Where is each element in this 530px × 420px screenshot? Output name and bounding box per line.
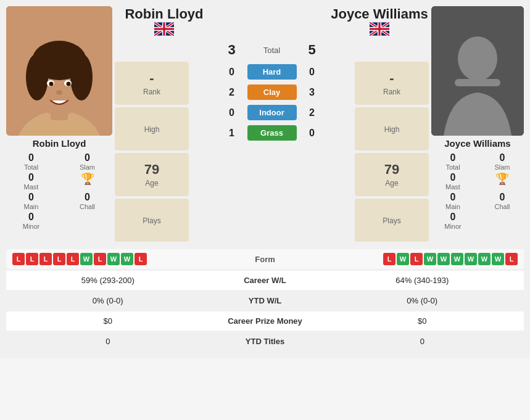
right-name-header: Joyce Williams xyxy=(331,6,428,22)
right-rank-box: - Rank xyxy=(355,62,429,105)
left-form-badges: LLLLLWLWWL xyxy=(12,253,204,265)
left-stat-boxes: - Rank High 79 Age Plays xyxy=(115,62,189,244)
left-mast-value: 0 xyxy=(28,172,34,183)
left-total-label: Total xyxy=(24,163,38,171)
right-mast-label: Mast xyxy=(445,183,460,191)
right-plays-box: Plays xyxy=(355,199,429,242)
left-trophy-icon: 🏆 xyxy=(81,172,94,186)
form-badge-l: L xyxy=(94,253,106,265)
names-row: Robin Lloyd Joyce Will xyxy=(115,6,429,36)
right-chall-item: 0 Chall xyxy=(481,192,524,210)
right-player-stats: 0 Total 0 Slam 0 Mast 🏆 0 Main xyxy=(431,152,524,230)
right-main-item: 0 Main xyxy=(431,192,474,210)
right-total-num: 5 xyxy=(303,42,321,58)
right-chall-value: 0 xyxy=(500,192,505,203)
indoor-right-num: 2 xyxy=(303,107,321,118)
right-age-box: 79 Age xyxy=(355,153,429,196)
left-plays-label: Plays xyxy=(120,216,184,225)
indoor-row: 0 Indoor 2 xyxy=(223,105,321,120)
right-form-results: LWLWWWWWWL xyxy=(327,253,518,265)
left-ytd-titles: 0 xyxy=(12,337,204,346)
right-form-badges: LWLWWWWWWL xyxy=(327,253,518,265)
right-age-label: Age xyxy=(360,179,424,187)
left-mast-item: 0 Mast xyxy=(6,172,56,191)
clay-button[interactable]: Clay xyxy=(247,84,297,100)
top-section: Robin Lloyd 0 Total 0 Slam 0 Mast 🏆 xyxy=(6,6,524,244)
left-chall-value: 0 xyxy=(85,192,90,203)
left-age-box: 79 Age xyxy=(115,153,189,196)
right-high-label: High xyxy=(360,125,424,134)
form-row: LLLLLWLWWL Form LWLWWWWWWL xyxy=(6,249,524,269)
form-badge-l: L xyxy=(26,253,38,265)
form-badge-w: W xyxy=(107,253,120,265)
ytd-titles-label: YTD Titles xyxy=(204,337,327,346)
right-ytd-titles: 0 xyxy=(327,337,518,346)
left-slam-value: 0 xyxy=(85,152,90,163)
prize-label: Career Prize Money xyxy=(204,316,327,326)
svg-point-10 xyxy=(67,82,71,86)
hard-left-num: 0 xyxy=(223,67,241,78)
left-minor-value: 0 xyxy=(28,212,34,223)
left-chall-label: Chall xyxy=(80,203,95,210)
left-total-num: 3 xyxy=(223,42,241,58)
right-stat-boxes: - Rank High 79 Age Plays xyxy=(355,62,429,244)
right-trophy-item: 🏆 xyxy=(481,172,524,191)
form-badge-l: L xyxy=(410,253,423,265)
form-badge-w: W xyxy=(397,253,409,265)
left-plays-box: Plays xyxy=(115,199,189,242)
right-total-item: 0 Total xyxy=(431,152,474,171)
right-player-name: Joyce Williams xyxy=(444,138,510,149)
hard-button[interactable]: Hard xyxy=(247,64,297,80)
left-chall-item: 0 Chall xyxy=(62,192,112,210)
left-minor-label: Minor xyxy=(23,223,40,230)
left-mast-label: Mast xyxy=(24,183,39,191)
ytd-titles-row: 0 YTD Titles 0 xyxy=(6,332,524,351)
right-chall-label: Chall xyxy=(494,203,510,210)
left-age-label: Age xyxy=(120,179,184,187)
right-player-photo xyxy=(431,6,524,136)
left-slam-item: 0 Slam xyxy=(62,152,112,171)
svg-point-5 xyxy=(26,54,48,101)
right-age-value: 79 xyxy=(360,162,424,178)
total-label: Total xyxy=(247,46,297,55)
left-high-label: High xyxy=(120,125,184,134)
form-badge-w: W xyxy=(478,253,491,265)
right-mast-value: 0 xyxy=(450,172,456,183)
right-high-box: High xyxy=(355,107,429,150)
form-badge-w: W xyxy=(437,253,450,265)
right-slam-item: 0 Slam xyxy=(481,152,524,171)
form-badge-w: W xyxy=(492,253,504,265)
grass-button[interactable]: Grass xyxy=(247,125,297,141)
left-rank-value: - xyxy=(120,70,184,86)
form-badge-l: L xyxy=(39,253,52,265)
left-name-header: Robin Lloyd xyxy=(125,6,203,22)
right-main-value: 0 xyxy=(450,192,456,203)
left-age-value: 79 xyxy=(120,162,184,178)
form-label: Form xyxy=(204,255,327,264)
right-minor-label: Minor xyxy=(444,223,462,230)
left-trophy-item: 🏆 xyxy=(62,172,112,191)
form-badge-l: L xyxy=(135,253,147,265)
left-main-label: Main xyxy=(24,203,39,210)
svg-rect-32 xyxy=(455,79,500,86)
prize-row: $0 Career Prize Money $0 xyxy=(6,311,524,331)
form-badge-w: W xyxy=(121,253,133,265)
right-mast-item: 0 Mast xyxy=(431,172,474,191)
form-badge-l: L xyxy=(67,253,79,265)
right-slam-label: Slam xyxy=(494,163,510,171)
indoor-button[interactable]: Indoor xyxy=(247,105,297,120)
left-main-value: 0 xyxy=(28,192,34,203)
left-player-stats: 0 Total 0 Slam 0 Mast 🏆 0 Main xyxy=(6,152,112,230)
right-total-value: 0 xyxy=(450,152,456,163)
hard-row: 0 Hard 0 xyxy=(223,64,321,80)
grass-right-num: 0 xyxy=(303,128,321,139)
left-ytd-wl: 0% (0-0) xyxy=(12,296,204,305)
form-badge-w: W xyxy=(80,253,93,265)
clay-right-num: 3 xyxy=(303,87,321,98)
grass-left-num: 1 xyxy=(223,128,241,139)
right-flag xyxy=(370,22,389,36)
total-row: 3 Total 5 xyxy=(223,42,321,58)
career-wl-label: Career W/L xyxy=(204,276,327,285)
center-stats: - Rank High 79 Age Plays xyxy=(115,62,429,244)
form-badge-l: L xyxy=(12,253,25,265)
